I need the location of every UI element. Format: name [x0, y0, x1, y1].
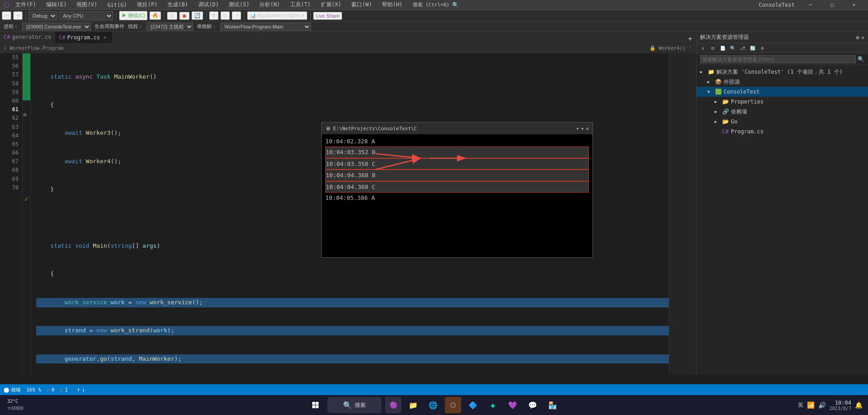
tree-item-go[interactable]: ▶ 📂 Go	[696, 117, 868, 127]
status-zoom: 169 %	[26, 387, 41, 393]
tree-proj-arrow: ▼	[707, 90, 713, 94]
live-share-btn[interactable]: Live Share	[313, 12, 343, 20]
thread-select[interactable]: [23472] 主线程	[147, 23, 193, 31]
status-ready: ⬤ 就绪	[4, 387, 21, 393]
se-tb-props[interactable]: 📄	[718, 44, 727, 52]
debug-mode-select[interactable]: Debug	[29, 11, 57, 20]
tree-item-properties[interactable]: ▶ 📂 Properties	[696, 97, 868, 107]
se-close-btn[interactable]: ✕	[861, 34, 864, 41]
menu-edit[interactable]: 编辑(E)	[43, 0, 71, 9]
tab-program-close[interactable]: ✕	[102, 34, 108, 41]
taskbar-icon-6[interactable]: 💜	[505, 397, 521, 413]
menu-file[interactable]: 文件(F)	[12, 0, 40, 9]
taskbar-edge[interactable]: 🌐	[425, 397, 441, 413]
se-search-icon: 🔍	[858, 56, 864, 62]
se-tb-filter[interactable]: 🔍	[728, 44, 737, 52]
console-window[interactable]: 🖥 E:\NetProjects\ConsoleTest\C + ▾ ✕ 10:…	[321, 122, 593, 258]
taskbar-icon-5[interactable]: ◆	[485, 397, 501, 413]
taskbar-store[interactable]: 🏪	[544, 397, 561, 413]
status-zoom-text: 169 %	[26, 387, 41, 393]
cw-dropdown-btn[interactable]: ▾	[581, 126, 584, 132]
menu-build[interactable]: 生成(B)	[164, 0, 192, 9]
search-button[interactable]: 🔍 搜索	[327, 397, 382, 413]
win-close[interactable]: ✕	[844, 0, 864, 10]
stack-select[interactable]: WorkerFlow.Program.Main	[220, 23, 311, 31]
step-out-btn[interactable]: ↗	[232, 11, 241, 20]
se-tb-collapse[interactable]: ⊟	[708, 44, 717, 52]
up-arrow-btn[interactable]: ↑	[77, 387, 80, 393]
taskbar-icon-3[interactable]: ⬡	[445, 397, 461, 413]
tree-program-label: Program.cs	[731, 128, 763, 135]
cw-title-bar: 🖥 E:\NetProjects\ConsoleTest\C + ▾ ✕	[322, 123, 592, 134]
app-insights-btn[interactable]: 📊 Application Insights ▾	[247, 11, 307, 20]
tree-props-arrow: ▶	[715, 99, 720, 104]
redo-btn[interactable]: ↪	[13, 11, 23, 20]
tree-props-icon: 📂	[722, 99, 729, 105]
start-button[interactable]	[307, 397, 324, 413]
console-line-1: 10:04:02.328 A	[325, 136, 589, 146]
undo-btn[interactable]: ↩	[2, 11, 11, 20]
tree-external-deps[interactable]: ▶ 📦 外部源	[696, 77, 868, 87]
warning-icon: ⚠	[60, 387, 63, 393]
tab-program-label: Program.cs	[67, 34, 100, 41]
se-toolbar: ↕ ⊟ 📄 🔍 ⎇ 🔄 ⚙	[696, 43, 868, 53]
down-arrow-btn[interactable]: ↓	[82, 387, 85, 393]
taskbar-file-explorer[interactable]: 📁	[405, 397, 421, 413]
cw-add-btn[interactable]: +	[576, 126, 579, 132]
menu-view[interactable]: 视图(V)	[73, 0, 101, 9]
se-settings-btn[interactable]: ⚙	[856, 34, 859, 41]
stop-btn[interactable]: ⏹	[179, 12, 190, 20]
menu-tools[interactable]: 工具(T)	[286, 0, 315, 9]
taskbar-lang[interactable]: 英	[798, 401, 803, 409]
menu-help[interactable]: 帮助(H)	[378, 0, 406, 9]
tree-solution[interactable]: ▶ 📁 解决方案 'ConsoleTest' (1 个项目，共 1 个)	[696, 67, 868, 77]
title-left: ⬡ 文件(F) 编辑(E) 视图(V) Git(G) 项目(P) 生成(B) 调…	[4, 0, 459, 9]
search-box-title[interactable]: 搜索 (Ctrl+Q)	[413, 1, 450, 8]
se-tb-sync[interactable]: ↕	[698, 44, 707, 52]
tree-item-deps[interactable]: ▶ 🔗 依赖项	[696, 107, 868, 117]
se-search-input[interactable]	[700, 55, 856, 63]
restart-btn[interactable]: 🔄	[191, 11, 203, 20]
se-tb-refresh[interactable]: 🔄	[748, 44, 757, 52]
tree-item-program[interactable]: C# Program.cs	[696, 127, 868, 137]
run-button[interactable]: ▶ 继续(C)	[119, 11, 148, 20]
menu-extend[interactable]: 扩展(X)	[317, 0, 345, 9]
tree-project[interactable]: ▼ 🟩 ConsoleTest	[696, 87, 868, 97]
menu-project[interactable]: 项目(P)	[133, 0, 161, 9]
editor-tab-bar: C# generator.cs C# Program.cs ✕ +	[0, 32, 696, 43]
step-into-btn[interactable]: ↘	[220, 11, 230, 20]
menu-git[interactable]: Git(G)	[104, 1, 130, 9]
title-text: ConsoleTest	[759, 2, 795, 8]
step-over-btn[interactable]: ⬇	[209, 11, 219, 20]
menu-test[interactable]: 测试(S)	[225, 0, 253, 9]
weather-widget[interactable]: 32°C 大部晴朗	[4, 397, 27, 413]
taskbar-clock[interactable]: 10:04 2023/8/7	[830, 400, 851, 411]
pause-btn[interactable]: ⏸	[167, 12, 177, 20]
search-icon-title: 🔍	[452, 2, 459, 8]
attach-btn[interactable]: 🔥	[149, 11, 161, 20]
tab-program[interactable]: C# Program.cs ✕	[55, 32, 112, 43]
taskbar-icon-4[interactable]: 🔷	[465, 397, 481, 413]
taskbar-vs-icon[interactable]: 🟣	[385, 397, 401, 413]
cpu-mode-select[interactable]: Any CPU	[59, 11, 113, 20]
cw-close-btn[interactable]: ✕	[586, 126, 589, 132]
taskbar-right: 英 📶 🔊 10:04 2023/8/7 🔔	[792, 400, 868, 411]
tree-deps-label: 依赖项	[731, 108, 747, 116]
win-maximize[interactable]: □	[822, 0, 843, 10]
path-toggle-btn[interactable]: ⋮	[687, 45, 692, 51]
se-tb-git[interactable]: ⎇	[738, 44, 747, 52]
menu-debug[interactable]: 调试(D)	[195, 0, 223, 9]
se-search-bar: 🔍	[696, 53, 868, 65]
tree-ext-label: 外部源	[724, 78, 740, 86]
win-minimize[interactable]: ─	[800, 0, 821, 10]
tree-go-label: Go	[731, 118, 737, 125]
menu-analyze[interactable]: 分析(N)	[256, 0, 284, 9]
taskbar-chat[interactable]: 💬	[525, 397, 541, 413]
menu-window[interactable]: 窗口(W)	[348, 0, 376, 9]
se-tb-more[interactable]: ⚙	[758, 44, 767, 52]
tab-generator[interactable]: C# generator.cs	[0, 32, 55, 43]
process-select[interactable]: [20900] ConsoleTest.exe	[22, 23, 91, 31]
taskbar-notification[interactable]: 🔔	[855, 401, 863, 409]
editor-expand-btn[interactable]: +	[688, 34, 692, 43]
console-line-3: 10:04:03.358 C	[325, 158, 589, 170]
